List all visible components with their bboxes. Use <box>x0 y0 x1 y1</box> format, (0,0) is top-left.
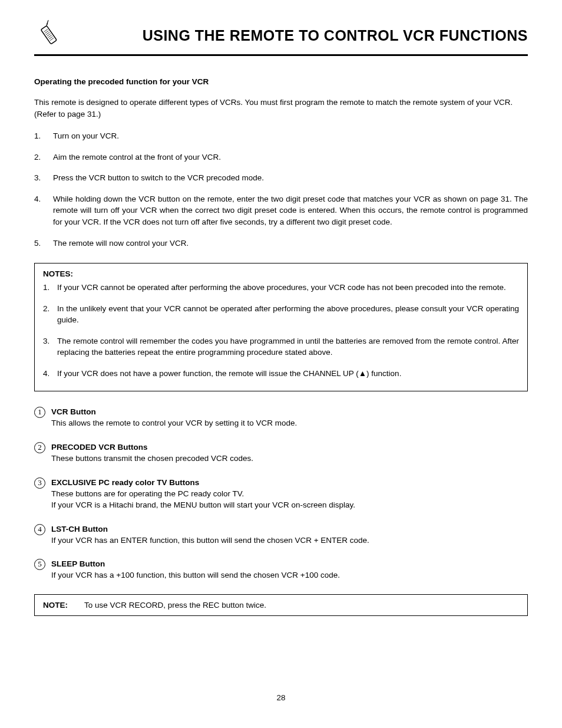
step-item: Press the VCR button to switch to the VC… <box>34 172 528 184</box>
button-desc: This allows the remote to control your V… <box>51 419 297 427</box>
note-item: If your VCR does not have a power functi… <box>43 368 519 380</box>
button-body: LST-CH Button If your VCR has an ENTER f… <box>51 524 369 546</box>
button-title: VCR Button <box>51 407 96 416</box>
button-body: EXCLUSIVE PC ready color TV Buttons Thes… <box>51 477 355 511</box>
note-text: To use VCR RECORD, press the REC button … <box>84 601 266 610</box>
notes-box: NOTES: If your VCR cannot be operated af… <box>34 263 528 391</box>
button-desc: These buttons are for operating the PC r… <box>51 489 355 509</box>
steps-list: Turn on your VCR. Aim the remote control… <box>34 130 528 249</box>
button-title: EXCLUSIVE PC ready color TV Buttons <box>51 478 199 487</box>
circled-number-icon: 5 <box>34 559 45 570</box>
button-def-1: 1 VCR Button This allows the remote to c… <box>34 407 528 429</box>
circled-number-icon: 3 <box>34 477 45 489</box>
section-heading: Operating the precoded function for your… <box>34 77 528 86</box>
step-item: Aim the remote control at the front of y… <box>34 151 528 163</box>
manual-page: USING THE REMOTE TO CONTROL VCR FUNCTION… <box>0 0 562 728</box>
button-def-4: 4 LST-CH Button If your VCR has an ENTER… <box>34 524 528 546</box>
remote-control-icon <box>34 20 62 51</box>
button-title: PRECODED VCR Buttons <box>51 443 148 452</box>
button-def-5: 5 SLEEP Button If your VCR has a +100 fu… <box>34 559 528 581</box>
note-item: In the unlikely event that your VCR cann… <box>43 303 519 326</box>
step-item: The remote will now control your VCR. <box>34 238 528 249</box>
note-item: If your VCR cannot be operated after per… <box>43 282 519 294</box>
button-body: SLEEP Button If your VCR has a +100 func… <box>51 559 340 581</box>
step-item: Turn on your VCR. <box>34 130 528 142</box>
page-title: USING THE REMOTE TO CONTROL VCR FUNCTION… <box>62 27 528 44</box>
circled-number-icon: 2 <box>34 442 45 453</box>
button-desc: If your VCR has a +100 function, this bu… <box>51 571 340 579</box>
notes-list: If your VCR cannot be operated after per… <box>43 282 519 379</box>
page-number: 28 <box>0 693 562 702</box>
note-box: NOTE: To use VCR RECORD, press the REC b… <box>34 594 528 616</box>
button-body: PRECODED VCR Buttons These buttons trans… <box>51 442 253 465</box>
button-title: SLEEP Button <box>51 559 105 568</box>
step-item: While holding down the VCR button on the… <box>34 193 528 228</box>
button-title: LST-CH Button <box>51 525 108 533</box>
note-label: NOTE: <box>43 601 84 610</box>
circled-number-icon: 1 <box>34 407 45 418</box>
button-def-3: 3 EXCLUSIVE PC ready color TV Buttons Th… <box>34 477 528 511</box>
button-desc: These buttons transmit the chosen precod… <box>51 454 253 463</box>
button-desc: If your VCR has an ENTER function, this … <box>51 536 369 545</box>
button-body: VCR Button This allows the remote to con… <box>51 407 297 429</box>
notes-title: NOTES: <box>43 269 519 278</box>
intro-paragraph: This remote is designed to operate diffe… <box>34 97 528 120</box>
circled-number-icon: 4 <box>34 524 45 535</box>
note-item: The remote control will remember the cod… <box>43 335 519 358</box>
button-definitions: 1 VCR Button This allows the remote to c… <box>34 407 528 581</box>
button-def-2: 2 PRECODED VCR Buttons These buttons tra… <box>34 442 528 465</box>
page-header: USING THE REMOTE TO CONTROL VCR FUNCTION… <box>34 20 528 56</box>
